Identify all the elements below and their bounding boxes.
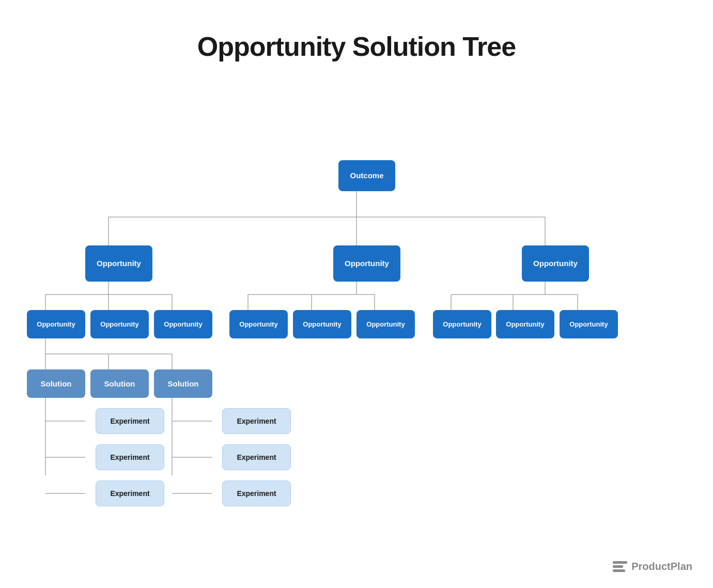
solution-1: Solution [27, 369, 85, 398]
solution-2: Solution [90, 369, 149, 398]
productplan-logo: ProductPlan [613, 561, 692, 572]
opportunity-l2-left-1: Opportunity [27, 310, 85, 338]
opportunity-l2-mid-3: Opportunity [357, 310, 415, 338]
logo-icon [613, 561, 627, 572]
productplan-text: ProductPlan [631, 561, 692, 572]
experiment-left-2: Experiment [96, 444, 164, 470]
experiment-right-1: Experiment [222, 408, 291, 434]
opportunity-l1-right: Opportunity [522, 245, 589, 282]
opportunity-l2-right-2: Opportunity [496, 310, 554, 338]
experiment-right-2: Experiment [222, 444, 291, 470]
opportunity-l2-left-3: Opportunity [154, 310, 212, 338]
tree-container: Outcome Opportunity Opportunity Opportun… [0, 88, 713, 537]
outcome-node: Outcome [338, 160, 395, 191]
opportunity-l2-left-2: Opportunity [90, 310, 149, 338]
experiment-left-1: Experiment [96, 408, 164, 434]
experiment-left-3: Experiment [96, 481, 164, 506]
opportunity-l2-mid-2: Opportunity [293, 310, 351, 338]
opportunity-l2-mid-1: Opportunity [229, 310, 288, 338]
opportunity-l1-mid: Opportunity [333, 245, 400, 282]
opportunity-l2-right-1: Opportunity [433, 310, 491, 338]
opportunity-l1-left: Opportunity [85, 245, 152, 282]
solution-3: Solution [154, 369, 212, 398]
experiment-right-3: Experiment [222, 481, 291, 506]
opportunity-l2-right-3: Opportunity [560, 310, 618, 338]
page-title: Opportunity Solution Tree [0, 0, 713, 88]
